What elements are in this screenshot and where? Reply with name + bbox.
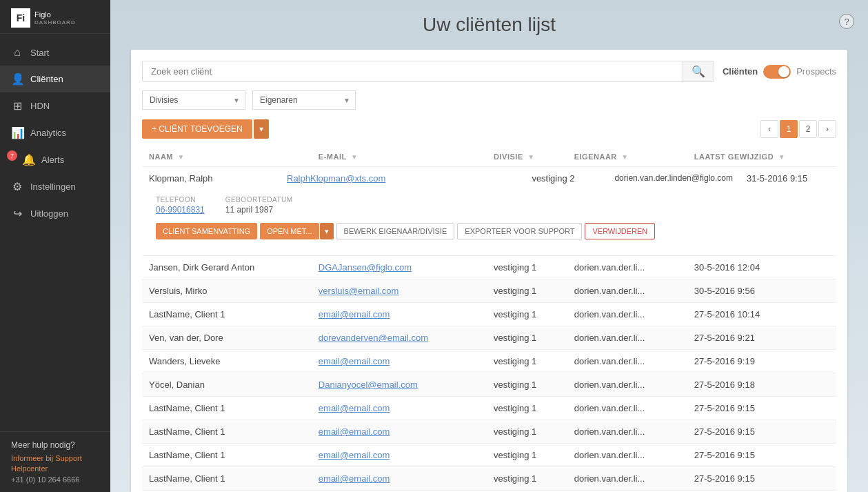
row-eigenaar: dorien.van.der.li... [567, 373, 687, 397]
next-page-button[interactable]: › [818, 120, 836, 138]
table-row[interactable]: Yöcel, Danian Danianyocel@email.com vest… [142, 373, 836, 397]
sidebar-item-hdn[interactable]: ⊞ HDN [0, 92, 110, 119]
sort-icon-naam: ▼ [178, 153, 185, 161]
row-eigenaar: dorien.van.der.li... [567, 303, 687, 326]
verwijderen-button[interactable]: VERWIJDEREN [585, 223, 655, 239]
table-row[interactable]: LastName, Client 1 email@email.com vesti… [142, 467, 836, 491]
row-email[interactable]: email@email.com [312, 303, 487, 326]
row-name: Wanders, Lieveke [142, 350, 312, 373]
exporteer-support-button[interactable]: EXPORTEER VOOR SUPPORT [457, 223, 582, 239]
sort-icon-divisie: ▼ [527, 153, 534, 161]
row-eigenaar: dorien.van.der.li... [567, 256, 687, 279]
row-gewijzigd: 27-5-2016 9:19 [687, 350, 836, 373]
sort-icon-email: ▼ [351, 153, 358, 161]
expanded-fields: TELEFOON 06-99016831 GEBOORTEDATUM 11 ap… [156, 196, 822, 215]
sidebar-item-clienten[interactable]: 👤 Cliënten [0, 66, 110, 92]
sidebar-nav: ⌂ Start 👤 Cliënten ⊞ HDN 📊 Analytics 7 🔔… [0, 34, 110, 431]
row-name: Ven, van der, Dore [142, 326, 312, 350]
expanded-info: TELEFOON 06-99016831 GEBOORTEDATUM 11 ap… [149, 189, 829, 249]
row-email[interactable]: versluis@email.com [312, 279, 487, 303]
row-divisie: vestiging 1 [487, 350, 567, 373]
search-button[interactable]: 🔍 [683, 61, 714, 81]
sidebar-item-analytics[interactable]: 📊 Analytics [0, 119, 110, 146]
add-client-button[interactable]: + CLIËNT TOEVOEGEN [142, 119, 252, 139]
logo-area: Fi Figlo DASHBOARD [0, 0, 110, 34]
row-email[interactable]: email@email.com [312, 467, 487, 491]
col-divisie[interactable]: DIVISIE ▼ [487, 147, 567, 167]
prev-page-button[interactable]: ‹ [760, 120, 778, 138]
toggle-thumb [778, 66, 789, 77]
sidebar: Fi Figlo DASHBOARD ⌂ Start 👤 Cliënten ⊞ … [0, 0, 110, 492]
row-gewijzigd: 27-5-2016 9:18 [687, 373, 836, 397]
sidebar-item-instellingen[interactable]: ⚙ Instellingen [0, 173, 110, 200]
table-row[interactable]: LastName, Client 1 email@email.com vesti… [142, 397, 836, 420]
col-naam[interactable]: NAAM ▼ [142, 147, 312, 167]
col-email[interactable]: E-MAIL ▼ [312, 147, 487, 167]
help-title: Meer hulp nodig? [11, 440, 99, 450]
divisies-select[interactable]: Divisies [142, 90, 245, 110]
row-email[interactable]: email@email.com [312, 444, 487, 467]
col-gewijzigd[interactable]: LAATST GEWIJZIGD ▼ [687, 147, 836, 167]
row-name: LastName, Client 1 [142, 303, 312, 326]
expanded-eigenaar: dorien.van.der.linden@figlo.com [614, 173, 733, 183]
row-email[interactable]: Danianyocel@email.com [312, 373, 487, 397]
table-row[interactable]: Versluis, Mirko versluis@email.com vesti… [142, 279, 836, 303]
row-eigenaar: dorien.van.der.li... [567, 467, 687, 491]
row-email[interactable]: email@email.com [312, 350, 487, 373]
expanded-email[interactable]: RalphKlopman@xts.com [287, 173, 518, 184]
toolbar-row: + CLIËNT TOEVOEGEN ▾ ‹ 1 2 › [142, 119, 836, 139]
page-2-button[interactable]: 2 [799, 120, 817, 138]
expanded-divisie: vestiging 2 [532, 173, 600, 184]
open-met-arrow-button[interactable]: ▾ [320, 223, 334, 239]
row-email[interactable]: DGAJansen@figlo.com [312, 256, 487, 279]
row-name: LastName, Client 1 [142, 444, 312, 467]
phone-number: +31 (0) 10 264 6666 [11, 475, 99, 484]
toggle-switch[interactable] [763, 65, 791, 79]
helpcenter-link[interactable]: Helpcenter [11, 464, 99, 473]
search-input[interactable] [143, 61, 683, 81]
table-row[interactable]: Ven, van der, Dore dorevanderven@email.c… [142, 326, 836, 350]
sidebar-item-label: Alerts [41, 155, 64, 165]
geboortedatum-field: GEBOORTEDATUM 11 april 1987 [225, 196, 293, 215]
row-name: Jansen, Dirk Gerard Anton [142, 256, 312, 279]
row-eigenaar: dorien.van.der.li... [567, 397, 687, 420]
row-eigenaar: dorien.van.der.li... [567, 326, 687, 350]
eigenaren-select[interactable]: Eigenaren [252, 90, 356, 110]
row-email[interactable]: email@email.com [312, 397, 487, 420]
bewerk-eigenaar-button[interactable]: BEWERK EIGENAAR/DIVISIE [336, 223, 455, 239]
page-1-button[interactable]: 1 [780, 120, 798, 138]
table-row[interactable]: Jansen, Dirk Gerard Anton DGAJansen@figl… [142, 256, 836, 279]
sort-icon-eigenaar: ▼ [621, 153, 628, 161]
row-eigenaar: dorien.van.der.li... [567, 444, 687, 467]
table-row[interactable]: Wanders, Lieveke email@email.com vestigi… [142, 350, 836, 373]
add-client-dropdown-button[interactable]: ▾ [254, 119, 269, 139]
sidebar-item-label: Uitloggen [30, 208, 68, 219]
logo-name: Figlo [34, 10, 76, 19]
expanded-name-cell: Klopman, Ralph RalphKlopman@xts.com vest… [142, 167, 836, 256]
help-icon[interactable]: ? [839, 14, 854, 29]
row-divisie: vestiging 1 [487, 279, 567, 303]
support-link[interactable]: Informeer bij Support [11, 454, 99, 462]
table-row[interactable]: LastName, Client 1 email@email.com vesti… [142, 420, 836, 444]
sidebar-item-start[interactable]: ⌂ Start [0, 39, 110, 66]
table-row[interactable]: LastName, Client 1 email@email.com vesti… [142, 444, 836, 467]
row-email[interactable]: dorevanderven@email.com [312, 326, 487, 350]
open-met-button-group: OPEN MET... ▾ [260, 223, 333, 239]
telefoon-value[interactable]: 06-99016831 [156, 205, 205, 215]
row-divisie: vestiging 1 [487, 256, 567, 279]
row-email[interactable]: email@email.com [312, 420, 487, 444]
table-row-expanded[interactable]: Klopman, Ralph RalphKlopman@xts.com vest… [142, 167, 836, 256]
table-row[interactable]: LastName, Client 1 email@email.com vesti… [142, 303, 836, 326]
main-content: ? Uw cliënten lijst 🔍 Cliënten Prospects [110, 0, 868, 492]
row-divisie: vestiging 1 [487, 397, 567, 420]
sidebar-item-uitloggen[interactable]: ↪ Uitloggen [0, 200, 110, 227]
action-buttons: CLIËNT SAMENVATTING OPEN MET... ▾ BEWERK… [156, 223, 822, 239]
col-eigenaar[interactable]: EIGENAAR ▼ [567, 147, 687, 167]
client-samenvatting-button[interactable]: CLIËNT SAMENVATTING [156, 223, 257, 239]
home-icon: ⌂ [11, 46, 23, 59]
open-met-button[interactable]: OPEN MET... [260, 223, 319, 239]
row-gewijzigd: 27-5-2016 9:21 [687, 326, 836, 350]
sidebar-item-alerts[interactable]: 7 🔔 Alerts [0, 146, 110, 173]
toggle-group: Cliënten Prospects [723, 65, 836, 79]
logout-icon: ↪ [11, 207, 23, 220]
